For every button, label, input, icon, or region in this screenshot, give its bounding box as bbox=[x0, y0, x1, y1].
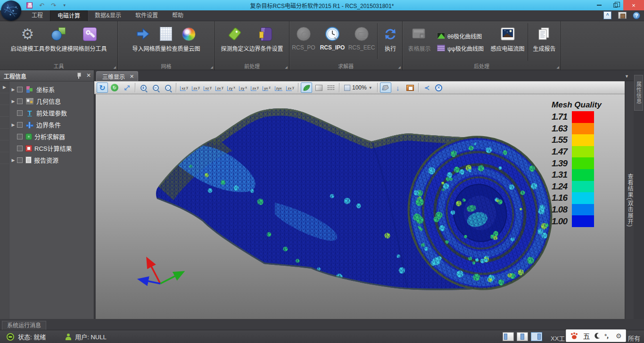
expander-icon[interactable]: ▶ bbox=[9, 87, 17, 92]
minimize-button[interactable] bbox=[591, 0, 607, 10]
induced-current-map-button[interactable]: 感应电磁流图 bbox=[487, 23, 528, 61]
group-launcher-icon[interactable]: ◢ bbox=[285, 65, 288, 69]
expander-icon[interactable]: ▶ bbox=[9, 122, 17, 127]
group-launcher-icon[interactable]: ◢ bbox=[398, 65, 401, 69]
checkbox[interactable] bbox=[17, 110, 23, 116]
view-orientation-button-3[interactable]: xzy bbox=[202, 82, 214, 93]
zoom-in-button[interactable] bbox=[138, 82, 149, 93]
ime-settings-gear-icon[interactable]: ⚙ bbox=[616, 332, 622, 340]
group-launcher-icon[interactable]: ◢ bbox=[211, 65, 213, 69]
tree-item-geometry-info[interactable]: ▶ 几何信息 bbox=[9, 95, 94, 107]
tab-em-computation[interactable]: 电磁计算 bbox=[50, 10, 88, 21]
refresh-view-button[interactable]: ↻ bbox=[109, 82, 120, 93]
tab-close-icon[interactable]: ✕ bbox=[130, 74, 134, 80]
property-info-tab[interactable]: 属性信息 bbox=[634, 75, 643, 111]
layout-right-panel-button[interactable] bbox=[531, 332, 542, 341]
rcs-eec-button[interactable]: RCS_EEC bbox=[347, 23, 376, 61]
close-button[interactable]: × bbox=[623, 0, 644, 10]
checkbox[interactable] bbox=[17, 157, 23, 163]
points-mode-button[interactable] bbox=[325, 82, 337, 93]
document-tab-bar: 三维显示 ✕ ▼ bbox=[94, 70, 634, 81]
tree-item-coordinate-system[interactable]: ▶ 坐标系 bbox=[9, 83, 94, 95]
quality-cloudmap-button[interactable]: 质量云图 bbox=[178, 23, 200, 61]
capture-button[interactable] bbox=[405, 82, 416, 93]
ime-mode-label[interactable]: 五 bbox=[583, 331, 590, 341]
pan-button[interactable]: ⤢ bbox=[121, 82, 132, 93]
probe-angle-button[interactable]: 探测角定义 bbox=[221, 23, 249, 61]
layout-left-panel-button[interactable] bbox=[503, 332, 514, 341]
checkbox[interactable] bbox=[17, 98, 23, 104]
tree-item-rcs-results[interactable]: RCS计算结果 bbox=[9, 142, 94, 154]
rcs-po-button[interactable]: RCS_PO bbox=[290, 23, 317, 61]
device-icon[interactable] bbox=[618, 12, 627, 19]
panel-close-icon[interactable]: ✕ bbox=[86, 73, 91, 78]
view-orientation-button-8[interactable]: yxz bbox=[261, 82, 272, 93]
restore-button[interactable] bbox=[607, 0, 623, 10]
flat-mode-button[interactable] bbox=[313, 82, 324, 93]
tab-help[interactable]: 帮助 bbox=[165, 10, 190, 21]
ime-moon-icon[interactable] bbox=[594, 333, 600, 339]
rcs-ipo-button[interactable]: RCS_IPO bbox=[317, 23, 347, 61]
tree-item-report-resources[interactable]: ▶ 报告资源 bbox=[9, 154, 94, 166]
shaded-mode-button[interactable] bbox=[301, 82, 312, 93]
parametric-modeling-button[interactable]: 参数化建模 bbox=[44, 23, 73, 61]
table-display-button[interactable]: 表格展示 bbox=[405, 23, 433, 61]
theta-polar-curve-button[interactable]: θθ极化曲线图 bbox=[435, 30, 486, 42]
zoom-level-select[interactable]: 100% ▼ bbox=[342, 82, 375, 93]
view-orientation-button-4[interactable]: zxy bbox=[214, 82, 225, 93]
rotate-button[interactable]: ↻ bbox=[97, 82, 108, 93]
clip-surface-button[interactable] bbox=[380, 82, 391, 93]
checkbox[interactable] bbox=[17, 87, 23, 92]
zoom-out-button[interactable] bbox=[150, 82, 161, 93]
quality-check-button[interactable]: 质量检查 bbox=[155, 23, 177, 61]
psi-polar-curve-button[interactable]: ψψ极化曲线图 bbox=[435, 42, 486, 54]
view-orientation-button-7[interactable]: zxy bbox=[249, 82, 261, 93]
import-mesh-button[interactable]: 导入网格 bbox=[132, 23, 155, 61]
launch-modeling-tool-button[interactable]: ⚙ 启动建模工具 bbox=[10, 23, 44, 61]
execute-button[interactable]: 执行 bbox=[379, 23, 402, 61]
viewport-3d[interactable]: Mesh Quality 1.711.631.551.471.391.311.2… bbox=[96, 94, 625, 319]
clear-view-button[interactable]: ✕ bbox=[433, 82, 445, 93]
share-button[interactable]: ≺ bbox=[421, 82, 432, 93]
view-orientation-button-5[interactable]: zyx bbox=[225, 82, 237, 93]
view-orientation-button-9[interactable]: zyx bbox=[272, 82, 284, 93]
tree-item-preprocess-params[interactable]: T 前处理参数 bbox=[9, 107, 94, 119]
view-orientation-button-2[interactable]: zxy bbox=[190, 82, 202, 93]
legend-value: 1.00 bbox=[539, 216, 572, 227]
tab-data-display[interactable]: 数据&显示 bbox=[88, 10, 128, 21]
tab-software-settings[interactable]: 软件设置 bbox=[128, 10, 165, 21]
layout-center-panel-button[interactable] bbox=[517, 332, 528, 341]
legend-value: 1.47 bbox=[539, 147, 572, 157]
view-orientation-button-10[interactable]: zxy bbox=[284, 82, 296, 93]
mesh-partition-tool-button[interactable]: 网格剖分工具 bbox=[73, 23, 107, 61]
app-logo-icon[interactable] bbox=[1, 0, 21, 21]
view-orientation-button-6[interactable]: zyx bbox=[237, 82, 249, 93]
group-launcher-icon[interactable]: ◢ bbox=[114, 65, 116, 69]
boundary-settings-button[interactable]: 边界条件设置 bbox=[249, 23, 283, 61]
generate-report-button[interactable]: 生成报告 bbox=[528, 23, 561, 61]
expander-icon[interactable]: ▶ bbox=[9, 158, 17, 163]
import-arrow-icon bbox=[136, 24, 150, 43]
tab-3d-display[interactable]: 三维显示 ✕ bbox=[96, 71, 138, 81]
expander-icon[interactable]: ▶ bbox=[9, 99, 17, 104]
checkbox[interactable] bbox=[17, 134, 23, 139]
legend-color-cell bbox=[572, 146, 594, 158]
group-launcher-icon[interactable]: ◢ bbox=[557, 65, 559, 69]
system-messages-tab[interactable]: 系统运行消息 bbox=[2, 321, 46, 330]
ime-paw-icon[interactable] bbox=[570, 332, 578, 340]
tab-list-caret-icon[interactable]: ▼ bbox=[625, 74, 629, 79]
tree-item-solver[interactable]: 分析求解器 bbox=[9, 131, 94, 142]
tree-item-boundary-conditions[interactable]: ▶ 边界条件 bbox=[9, 119, 94, 131]
help-icon[interactable]: ? bbox=[633, 12, 640, 19]
pin-icon[interactable] bbox=[77, 72, 81, 79]
view-orientation-button-1[interactable]: xzy bbox=[178, 82, 190, 93]
zoom-fit-button[interactable] bbox=[162, 82, 173, 93]
drop-button[interactable]: ↓ bbox=[392, 82, 404, 93]
tab-project[interactable]: 工程 bbox=[25, 10, 50, 21]
ime-punct-icon[interactable]: °， bbox=[604, 332, 611, 340]
collapse-ribbon-icon[interactable]: ^ bbox=[603, 11, 611, 19]
results-collapsed-strip[interactable]: 查看结果(双击展开) bbox=[625, 81, 634, 319]
panel-header: 工程信息 ✕ bbox=[0, 70, 94, 82]
checkbox[interactable] bbox=[17, 146, 23, 151]
checkbox[interactable] bbox=[17, 122, 23, 128]
